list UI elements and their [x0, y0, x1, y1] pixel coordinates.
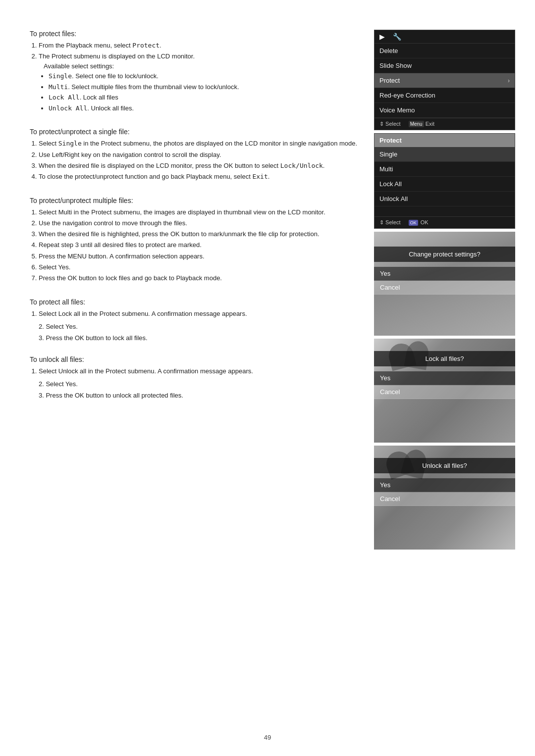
dialog-unlock-all: Unlock all files? Yes Cancel	[374, 446, 515, 550]
dialog1-options: Yes Cancel	[374, 267, 515, 295]
protect-menu-title: Protect	[379, 137, 402, 144]
protect-item-lockall-label: Lock All	[379, 180, 402, 188]
section5-title: To unlock all files:	[30, 355, 359, 363]
list-item: The Protect submenu is displayed on the …	[39, 51, 359, 113]
list-item: Use the navigation control to move throu…	[39, 218, 359, 228]
dialog2-yes-label: Yes	[380, 374, 390, 382]
section5-step2: 2. Select Yes.	[39, 380, 359, 388]
protect-spacer	[374, 206, 515, 216]
dialog3-question: Unlock all files?	[374, 458, 515, 473]
list-item: Select Single in the Protect submenu, th…	[39, 139, 359, 149]
protect-item-multi[interactable]: Multi	[374, 162, 515, 177]
section2-title: To protect/unprotect a single file:	[30, 128, 359, 136]
list-item: Lock All. Lock all files	[49, 93, 359, 102]
list-item: Multi. Select multiple files from the th…	[49, 82, 359, 92]
dialog1-option-yes[interactable]: Yes	[374, 267, 515, 281]
section-protect-all: To protect all files: Select Lock all in…	[30, 298, 359, 342]
dialog-change-protect: Change protect settings? Yes Cancel	[374, 232, 515, 336]
dialog3-overlay: Unlock all files? Yes Cancel	[374, 446, 515, 550]
menu-item-delete[interactable]: Delete	[374, 44, 515, 58]
left-column: To protect files: From the Playback menu…	[30, 30, 359, 553]
page-number: 49	[0, 734, 535, 741]
list-item: When the desired file is highlighted, pr…	[39, 229, 359, 239]
section-protect-multiple: To protect/unprotect multiple files: Sel…	[30, 197, 359, 284]
menu-item-protect[interactable]: Protect ›	[374, 73, 515, 88]
menu-footer: ⇕ Select Menu Exit	[374, 118, 515, 130]
protect-menu: Protect Single Multi Lock All Unlock All…	[374, 133, 515, 229]
dialog1-option-cancel[interactable]: Cancel	[374, 281, 515, 295]
dialog1-overlay: Change protect settings? Yes Cancel	[374, 232, 515, 336]
dialog3-options: Yes Cancel	[374, 478, 515, 506]
list-item: Single. Select one file to lock/unlock.	[49, 71, 359, 81]
section4-step2: 2. Select Yes.	[39, 323, 359, 330]
dialog3-option-cancel[interactable]: Cancel	[374, 492, 515, 506]
exit-hint: Menu Exit	[409, 121, 434, 127]
section3-title: To protect/unprotect multiple files:	[30, 197, 359, 204]
wrench-icon: 🔧	[393, 33, 401, 41]
protect-item-multi-label: Multi	[379, 165, 393, 173]
protect-item-lockall[interactable]: Lock All	[374, 177, 515, 192]
dialog1-cancel-label: Cancel	[380, 284, 400, 291]
menu-item-protect-row: Protect ›	[379, 77, 510, 84]
section4-title: To protect all files:	[30, 298, 359, 306]
list-item: Repeat step 3 until all desired files to…	[39, 240, 359, 250]
menu-item-slideshow-label: Slide Show	[379, 62, 412, 69]
menu-item-redeye[interactable]: Red-eye Correction	[374, 88, 515, 103]
list-item: Select Lock all in the Protect submenu. …	[39, 309, 359, 319]
dialog2-cancel-label: Cancel	[380, 388, 400, 396]
dialog2-question: Lock all files?	[374, 351, 515, 366]
menu-item-voicememo[interactable]: Voice Memo	[374, 103, 515, 118]
dialog2-overlay: Lock all files? Yes Cancel	[374, 339, 515, 443]
protect-footer: ⇕ Select OK OK	[374, 216, 515, 228]
right-column: ▶ 🔧 Delete Slide Show Protect › Red-eye …	[374, 30, 515, 553]
ok-badge: OK	[409, 220, 418, 226]
arrow-right-icon: ›	[508, 77, 510, 84]
menu-item-delete-label: Delete	[379, 47, 398, 54]
menu-item-redeye-label: Red-eye Correction	[379, 92, 435, 99]
dialog3-cancel-label: Cancel	[380, 495, 400, 503]
playback-icon: ▶	[379, 33, 385, 41]
section1-title: To protect files:	[30, 30, 359, 38]
section5-step3: 3. Press the OK button to unlock all pro…	[39, 392, 359, 399]
page-container: To protect files: From the Playback menu…	[0, 0, 535, 582]
dialog3-option-yes[interactable]: Yes	[374, 478, 515, 492]
menu-item-slideshow[interactable]: Slide Show	[374, 58, 515, 73]
list-item: When the desired file is displayed on th…	[39, 161, 359, 171]
list-item: Select Unlock all in the Protect submenu…	[39, 366, 359, 376]
dialog2-option-yes[interactable]: Yes	[374, 371, 515, 385]
select-hint: ⇕ Select	[379, 121, 401, 127]
protect-select-hint: ⇕ Select	[379, 219, 401, 226]
protect-item-single[interactable]: Single	[374, 147, 515, 162]
menu-item-voicememo-label: Voice Memo	[379, 106, 415, 114]
menu-item-protect-label: Protect	[379, 77, 400, 84]
list-item: To close the protect/unprotect function …	[39, 172, 359, 182]
dialog3-yes-label: Yes	[380, 481, 390, 489]
protect-item-unlockall-label: Unlock All	[379, 195, 408, 202]
section4-step3: 3. Press the OK button to lock all files…	[39, 334, 359, 342]
dialog1-question: Change protect settings?	[374, 247, 515, 262]
menu-header: ▶ 🔧	[374, 30, 515, 44]
protect-ok-hint: OK OK	[409, 219, 428, 226]
protect-menu-header: Protect	[374, 134, 515, 147]
dialog2-options: Yes Cancel	[374, 371, 515, 399]
dialog2-option-cancel[interactable]: Cancel	[374, 385, 515, 399]
section-unlock-all: To unlock all files: Select Unlock all i…	[30, 355, 359, 399]
list-item: Press the MENU button. A confirmation se…	[39, 252, 359, 261]
section-protect-single: To protect/unprotect a single file: Sele…	[30, 128, 359, 183]
list-item: Press the OK button to lock files and go…	[39, 273, 359, 283]
section-protect-files: To protect files: From the Playback menu…	[30, 30, 359, 114]
list-item: Select Multi in the Protect submenu, the…	[39, 207, 359, 217]
protect-item-single-label: Single	[379, 151, 397, 158]
list-item: Use Left/Right key on the navigation con…	[39, 150, 359, 160]
protect-item-unlockall[interactable]: Unlock All	[374, 192, 515, 206]
list-item: Unlock All. Unlock all files.	[49, 103, 359, 113]
list-item: Select Yes.	[39, 262, 359, 272]
main-menu: ▶ 🔧 Delete Slide Show Protect › Red-eye …	[374, 30, 515, 130]
list-item: From the Playback menu, select Protect.	[39, 41, 359, 50]
dialog-lock-all: Lock all files? Yes Cancel	[374, 339, 515, 443]
page-number-value: 49	[264, 734, 271, 741]
dialog1-yes-label: Yes	[380, 270, 390, 277]
